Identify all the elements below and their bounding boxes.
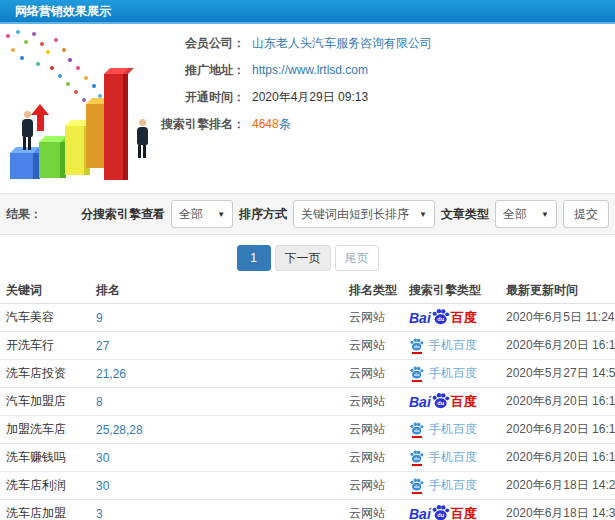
page-header: 网络营销效果展示 [0, 0, 615, 24]
svg-text:du: du [414, 456, 420, 461]
baidu-logo-cn-text: 百度 [451, 393, 477, 411]
mobile-baidu-badge: du 手机百度 [409, 477, 477, 494]
rank-link[interactable]: 21,26 [96, 367, 126, 381]
sort-select-value: 关键词由短到长排序 [301, 206, 409, 223]
illustration-bar-red [104, 74, 128, 180]
businessman-figure-left [19, 111, 35, 150]
table-row: 洗车店利润 30 云网站 du 手机百度 2020年6月18日 14:27 [0, 472, 615, 500]
member-company-link[interactable]: 山东老人头汽车服务咨询有限公司 [252, 36, 432, 50]
page-1-button[interactable]: 1 [237, 245, 271, 271]
table-row: 洗车店加盟 3 云网站 Bai du 百度 2020年6月18日 14:30 [0, 500, 615, 520]
keyword-rank-table: 关键词 排名 排名类型 搜索引擎类型 最新更新时间 汽车美容 9 云网站 Bai… [0, 277, 615, 520]
table-header-row: 关键词 排名 排名类型 搜索引擎类型 最新更新时间 [0, 277, 615, 304]
open-time-row: 开通时间： 2020年4月29日 09:13 [155, 90, 615, 104]
result-label: 结果： [6, 206, 42, 223]
filter-bar: 结果： 分搜索引擎查看 全部 ▼ 排序方式 关键词由短到长排序 ▼ 文章类型 全… [0, 193, 615, 235]
col-header-rank-type: 排名类型 [343, 277, 403, 304]
last-page-button[interactable]: 尾页 [335, 245, 379, 271]
rank-link[interactable]: 30 [96, 451, 109, 465]
svg-text:du: du [414, 372, 420, 377]
table-row: 汽车美容 9 云网站 Bai du 百度 2020年6月5日 11:24 [0, 304, 615, 332]
keyword-text: 洗车店加盟 [6, 506, 66, 520]
updated-time-text: 2020年6月20日 16:11 [506, 422, 615, 436]
sort-label: 排序方式 [239, 206, 287, 223]
chevron-down-icon: ▼ [217, 210, 225, 219]
rank-link[interactable]: 3 [96, 507, 103, 520]
mobile-baidu-text: 手机百度 [429, 365, 477, 382]
keyword-text: 洗车赚钱吗 [6, 450, 66, 464]
promo-url-link[interactable]: https://www.lrtlsd.com [252, 63, 368, 77]
engine-rank-label: 搜索引擎排名： [155, 117, 245, 131]
rank-type-text: 云网站 [349, 450, 385, 464]
updated-time-text: 2020年5月27日 14:58 [506, 366, 615, 380]
sort-select[interactable]: 关键词由短到长排序 ▼ [293, 200, 435, 228]
next-page-button[interactable]: 下一页 [275, 245, 331, 271]
mobile-baidu-paw-icon: du [409, 338, 424, 354]
baidu-logo-bai-text: Bai [409, 506, 431, 520]
chevron-down-icon: ▼ [419, 210, 427, 219]
filter-controls: 分搜索引擎查看 全部 ▼ 排序方式 关键词由短到长排序 ▼ 文章类型 全部 ▼ … [81, 200, 609, 228]
baidu-logo: Bai du 百度 [409, 308, 477, 327]
baidu-logo-bai-text: Bai [409, 310, 431, 326]
col-header-rank: 排名 [90, 277, 343, 304]
mobile-baidu-text: 手机百度 [429, 337, 477, 354]
mobile-baidu-paw-icon: du [409, 366, 424, 382]
engine-select-value: 全部 [179, 206, 203, 223]
col-header-updated: 最新更新时间 [500, 277, 615, 304]
page-title: 网络营销效果展示 [15, 4, 111, 18]
rank-link[interactable]: 30 [96, 479, 109, 493]
svg-text:du: du [437, 512, 444, 518]
baidu-logo-cn-text: 百度 [451, 309, 477, 327]
keyword-text: 洗车店投资 [6, 366, 66, 380]
table-row: 开洗车行 27 云网站 du 手机百度 2020年6月20日 16:16 [0, 332, 615, 360]
illustration-bar-green [39, 142, 66, 178]
updated-time-text: 2020年6月20日 16:12 [506, 394, 615, 408]
updated-time-text: 2020年6月5日 11:24 [506, 310, 615, 324]
keyword-text: 汽车美容 [6, 310, 54, 324]
rank-link[interactable]: 27 [96, 339, 109, 353]
table-row: 洗车赚钱吗 30 云网站 du 手机百度 2020年6月20日 16:12 [0, 444, 615, 472]
pagination: 1 下一页 尾页 [0, 245, 615, 271]
rank-type-text: 云网站 [349, 366, 385, 380]
keyword-text: 加盟洗车店 [6, 422, 66, 436]
baidu-logo: Bai du 百度 [409, 504, 477, 520]
baidu-logo: Bai du 百度 [409, 392, 477, 411]
rank-type-text: 云网站 [349, 338, 385, 352]
member-company-label: 会员公司： [155, 36, 245, 50]
illustration-bar-blue [10, 153, 40, 179]
rank-type-text: 云网站 [349, 506, 385, 520]
open-time-label: 开通时间： [155, 90, 245, 104]
mobile-baidu-paw-icon: du [409, 450, 424, 466]
chevron-down-icon: ▼ [541, 210, 549, 219]
rank-link[interactable]: 9 [96, 311, 103, 325]
rank-link[interactable]: 8 [96, 395, 103, 409]
article-type-select[interactable]: 全部 ▼ [495, 200, 557, 228]
table-row: 洗车店投资 21,26 云网站 du 手机百度 2020年5月27日 14:58 [0, 360, 615, 388]
mobile-baidu-badge: du 手机百度 [409, 365, 477, 382]
mobile-baidu-paw-icon: du [409, 422, 424, 438]
businessman-figure-right [134, 119, 150, 158]
growth-chart-illustration [0, 26, 164, 190]
table-row: 加盟洗车店 25,28,28 云网站 du 手机百度 2020年6月20日 16… [0, 416, 615, 444]
svg-text:du: du [414, 484, 420, 489]
keyword-text: 开洗车行 [6, 338, 54, 352]
mobile-baidu-paw-icon: du [409, 478, 424, 494]
engine-filter-label: 分搜索引擎查看 [81, 206, 165, 223]
updated-time-text: 2020年6月18日 14:30 [506, 506, 615, 520]
mobile-baidu-text: 手机百度 [429, 421, 477, 438]
table-row: 汽车加盟店 8 云网站 Bai du 百度 2020年6月20日 16:12 [0, 388, 615, 416]
submit-button[interactable]: 提交 [563, 200, 609, 228]
article-type-label: 文章类型 [441, 206, 489, 223]
svg-text:du: du [414, 428, 420, 433]
rank-link[interactable]: 25,28,28 [96, 423, 143, 437]
svg-text:du: du [414, 344, 420, 349]
confetti-dots [6, 34, 10, 38]
updated-time-text: 2020年6月20日 16:12 [506, 450, 615, 464]
engine-select[interactable]: 全部 ▼ [171, 200, 233, 228]
rank-type-text: 云网站 [349, 422, 385, 436]
member-info: 会员公司： 山东老人头汽车服务咨询有限公司 推广地址： https://www.… [155, 36, 615, 144]
mobile-baidu-badge: du 手机百度 [409, 449, 477, 466]
engine-rank-unit-link[interactable]: 条 [279, 117, 291, 131]
article-type-select-value: 全部 [503, 206, 527, 223]
baidu-paw-icon: du [431, 504, 450, 520]
